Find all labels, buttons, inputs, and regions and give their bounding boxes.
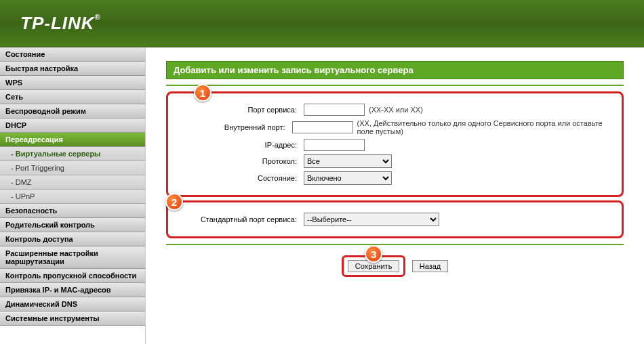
hint-service-port: (XX-XX или XX) xyxy=(369,106,423,114)
divider xyxy=(166,85,624,86)
content: Добавить или изменить запись виртуальног… xyxy=(146,47,644,344)
header: TP-LINK® xyxy=(0,0,644,47)
menu-quick-setup[interactable]: Быстрая настройка xyxy=(0,62,145,76)
input-service-port[interactable] xyxy=(304,104,365,116)
label-service-port: Порт сервиса: xyxy=(209,106,304,114)
menu-network[interactable]: Сеть xyxy=(0,90,145,104)
badge-3: 3 xyxy=(365,245,382,263)
sidebar: Состояние Быстрая настройка WPS Сеть Бес… xyxy=(0,47,146,344)
menu-wps[interactable]: WPS xyxy=(0,76,145,90)
select-common-port[interactable]: --Выберите-- xyxy=(304,213,439,226)
submenu-port-triggering[interactable]: - Port Triggering xyxy=(0,161,145,175)
back-button[interactable]: Назад xyxy=(412,260,449,272)
label-common-port: Стандартный порт сервиса: xyxy=(188,215,304,223)
menu-forwarding[interactable]: Переадресация xyxy=(0,133,145,147)
submenu-dmz[interactable]: - DMZ xyxy=(0,175,145,190)
label-protocol: Протокол: xyxy=(209,157,304,165)
label-internal-port: Внутренний порт: xyxy=(209,123,292,131)
menu-ddns[interactable]: Динамический DNS xyxy=(0,297,145,311)
label-ip-address: IP-адрес: xyxy=(209,141,304,149)
divider-2 xyxy=(166,244,624,245)
page-title: Добавить или изменить запись виртуальног… xyxy=(166,61,624,79)
badge-2: 2 xyxy=(165,193,183,211)
menu-bandwidth[interactable]: Контроль пропускной способности xyxy=(0,269,145,283)
menu-status[interactable]: Состояние xyxy=(0,47,145,62)
form-group-1: 1 Порт сервиса: (XX-XX или XX) Внутренни… xyxy=(166,91,624,197)
submenu-virtual-servers[interactable]: - Виртуальные серверы xyxy=(0,147,145,161)
menu-wireless[interactable]: Беспроводной режим xyxy=(0,104,145,119)
select-protocol[interactable]: Все xyxy=(304,154,392,168)
menu-ip-mac[interactable]: Привязка IP- и MAC-адресов xyxy=(0,283,145,297)
save-highlight: 3 Сохранить xyxy=(342,255,406,277)
hint-internal-port: (XX, Действительно только для одного Сер… xyxy=(357,119,611,135)
menu-dhcp[interactable]: DHCP xyxy=(0,119,145,133)
button-row: 3 Сохранить Назад xyxy=(166,255,624,277)
input-ip-address[interactable] xyxy=(304,139,365,151)
submenu-upnp[interactable]: - UPnP xyxy=(0,190,145,204)
main-container: Состояние Быстрая настройка WPS Сеть Бес… xyxy=(0,47,644,344)
badge-1: 1 xyxy=(194,84,212,102)
input-internal-port[interactable] xyxy=(292,121,353,133)
menu-adv-routing[interactable]: Расширенные настройки маршрутизации xyxy=(0,246,145,269)
menu-system-tools[interactable]: Системные инструменты xyxy=(0,311,145,326)
label-status: Состояние: xyxy=(209,174,304,182)
menu-access-control[interactable]: Контроль доступа xyxy=(0,232,145,246)
form-group-2: 2 Стандартный порт сервиса: --Выберите-- xyxy=(166,200,624,238)
menu-security[interactable]: Безопасность xyxy=(0,204,145,218)
select-status[interactable]: Включено xyxy=(304,171,392,185)
menu-parental[interactable]: Родительский контроль xyxy=(0,218,145,232)
brand-logo: TP-LINK® xyxy=(20,13,101,34)
